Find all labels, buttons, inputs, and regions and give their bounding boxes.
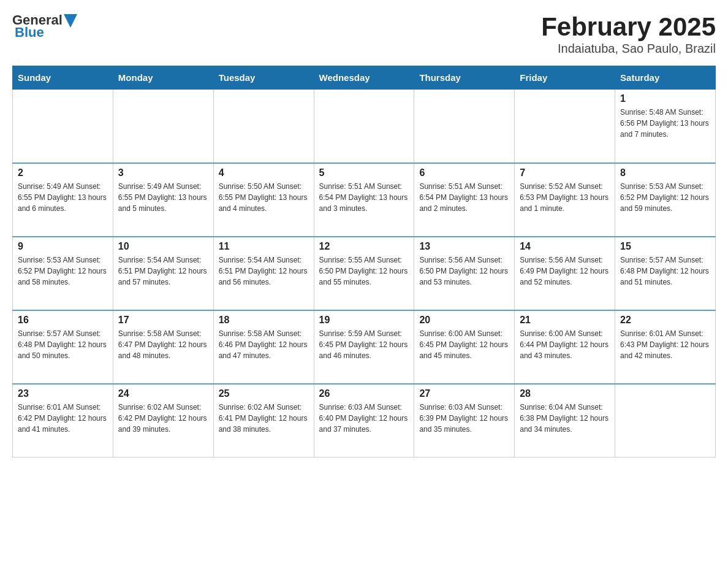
day-number: 11 — [219, 241, 309, 252]
day-info: Sunrise: 6:02 AM Sunset: 6:42 PM Dayligh… — [118, 402, 208, 435]
day-number: 27 — [419, 388, 509, 399]
calendar-row-4: 23Sunrise: 6:01 AM Sunset: 6:42 PM Dayli… — [13, 384, 716, 458]
calendar-cell — [515, 90, 615, 163]
day-number: 22 — [620, 315, 710, 326]
calendar-cell — [414, 90, 515, 163]
day-number: 10 — [118, 241, 208, 252]
day-info: Sunrise: 5:54 AM Sunset: 6:51 PM Dayligh… — [219, 255, 309, 288]
day-info: Sunrise: 5:57 AM Sunset: 6:48 PM Dayligh… — [18, 328, 108, 361]
logo-triangle-icon — [64, 14, 77, 28]
day-number: 24 — [118, 388, 208, 399]
weekday-header-thursday: Thursday — [414, 66, 515, 90]
weekday-header-saturday: Saturday — [615, 66, 716, 90]
calendar-row-1: 2Sunrise: 5:49 AM Sunset: 6:55 PM Daylig… — [13, 163, 716, 237]
calendar-cell — [13, 90, 113, 163]
day-number: 23 — [18, 388, 108, 399]
day-number: 2 — [18, 167, 108, 178]
day-number: 15 — [620, 241, 710, 252]
logo: General Blue — [12, 12, 77, 40]
day-number: 7 — [520, 167, 610, 178]
day-number: 6 — [419, 167, 509, 178]
day-info: Sunrise: 5:49 AM Sunset: 6:55 PM Dayligh… — [118, 181, 208, 214]
calendar-cell: 4Sunrise: 5:50 AM Sunset: 6:55 PM Daylig… — [213, 163, 314, 237]
calendar-cell: 15Sunrise: 5:57 AM Sunset: 6:48 PM Dayli… — [615, 237, 716, 310]
calendar-cell: 16Sunrise: 5:57 AM Sunset: 6:48 PM Dayli… — [13, 310, 113, 384]
calendar-row-2: 9Sunrise: 5:53 AM Sunset: 6:52 PM Daylig… — [13, 237, 716, 310]
weekday-header-friday: Friday — [515, 66, 615, 90]
day-number: 3 — [118, 167, 208, 178]
calendar-cell: 27Sunrise: 6:03 AM Sunset: 6:39 PM Dayli… — [414, 384, 515, 458]
month-title: February 2025 — [541, 12, 716, 42]
day-info: Sunrise: 5:50 AM Sunset: 6:55 PM Dayligh… — [219, 181, 309, 214]
day-number: 13 — [419, 241, 509, 252]
location-title: Indaiatuba, Sao Paulo, Brazil — [541, 42, 716, 56]
day-info: Sunrise: 5:53 AM Sunset: 6:52 PM Dayligh… — [620, 181, 710, 214]
weekday-header-row: SundayMondayTuesdayWednesdayThursdayFrid… — [13, 66, 716, 90]
calendar-cell: 28Sunrise: 6:04 AM Sunset: 6:38 PM Dayli… — [515, 384, 615, 458]
calendar-cell: 14Sunrise: 5:56 AM Sunset: 6:49 PM Dayli… — [515, 237, 615, 310]
day-number: 14 — [520, 241, 610, 252]
day-number: 28 — [520, 388, 610, 399]
calendar-cell: 20Sunrise: 6:00 AM Sunset: 6:45 PM Dayli… — [414, 310, 515, 384]
calendar-cell: 1Sunrise: 5:48 AM Sunset: 6:56 PM Daylig… — [615, 90, 716, 163]
day-info: Sunrise: 5:51 AM Sunset: 6:54 PM Dayligh… — [319, 181, 409, 214]
calendar-cell: 19Sunrise: 5:59 AM Sunset: 6:45 PM Dayli… — [314, 310, 414, 384]
day-info: Sunrise: 6:00 AM Sunset: 6:45 PM Dayligh… — [419, 328, 509, 361]
day-number: 12 — [319, 241, 409, 252]
day-info: Sunrise: 5:56 AM Sunset: 6:50 PM Dayligh… — [419, 255, 509, 288]
day-info: Sunrise: 5:57 AM Sunset: 6:48 PM Dayligh… — [620, 255, 710, 288]
calendar-cell: 23Sunrise: 6:01 AM Sunset: 6:42 PM Dayli… — [13, 384, 113, 458]
calendar-cell: 18Sunrise: 5:58 AM Sunset: 6:46 PM Dayli… — [213, 310, 314, 384]
day-info: Sunrise: 5:58 AM Sunset: 6:46 PM Dayligh… — [219, 328, 309, 361]
calendar-cell: 10Sunrise: 5:54 AM Sunset: 6:51 PM Dayli… — [113, 237, 213, 310]
day-info: Sunrise: 5:51 AM Sunset: 6:54 PM Dayligh… — [419, 181, 509, 214]
day-info: Sunrise: 6:01 AM Sunset: 6:42 PM Dayligh… — [18, 402, 108, 435]
calendar-cell: 9Sunrise: 5:53 AM Sunset: 6:52 PM Daylig… — [13, 237, 113, 310]
day-info: Sunrise: 5:59 AM Sunset: 6:45 PM Dayligh… — [319, 328, 409, 361]
day-number: 26 — [319, 388, 409, 399]
logo-blue-text: Blue — [15, 25, 44, 40]
day-number: 16 — [18, 315, 108, 326]
day-info: Sunrise: 6:03 AM Sunset: 6:39 PM Dayligh… — [419, 402, 509, 435]
day-number: 20 — [419, 315, 509, 326]
day-number: 4 — [219, 167, 309, 178]
calendar-table: SundayMondayTuesdayWednesdayThursdayFrid… — [12, 66, 716, 458]
calendar-cell: 7Sunrise: 5:52 AM Sunset: 6:53 PM Daylig… — [515, 163, 615, 237]
day-number: 1 — [620, 93, 710, 104]
calendar-cell: 17Sunrise: 5:58 AM Sunset: 6:47 PM Dayli… — [113, 310, 213, 384]
calendar-cell — [314, 90, 414, 163]
day-info: Sunrise: 5:55 AM Sunset: 6:50 PM Dayligh… — [319, 255, 409, 288]
day-info: Sunrise: 5:52 AM Sunset: 6:53 PM Dayligh… — [520, 181, 610, 214]
calendar-row-3: 16Sunrise: 5:57 AM Sunset: 6:48 PM Dayli… — [13, 310, 716, 384]
weekday-header-tuesday: Tuesday — [213, 66, 314, 90]
day-number: 25 — [219, 388, 309, 399]
calendar-cell: 22Sunrise: 6:01 AM Sunset: 6:43 PM Dayli… — [615, 310, 716, 384]
day-info: Sunrise: 6:01 AM Sunset: 6:43 PM Dayligh… — [620, 328, 710, 361]
calendar-cell: 21Sunrise: 6:00 AM Sunset: 6:44 PM Dayli… — [515, 310, 615, 384]
calendar-cell — [213, 90, 314, 163]
day-number: 9 — [18, 241, 108, 252]
calendar-cell: 3Sunrise: 5:49 AM Sunset: 6:55 PM Daylig… — [113, 163, 213, 237]
calendar-row-0: 1Sunrise: 5:48 AM Sunset: 6:56 PM Daylig… — [13, 90, 716, 163]
calendar-cell: 26Sunrise: 6:03 AM Sunset: 6:40 PM Dayli… — [314, 384, 414, 458]
day-info: Sunrise: 5:56 AM Sunset: 6:49 PM Dayligh… — [520, 255, 610, 288]
weekday-header-monday: Monday — [113, 66, 213, 90]
day-number: 17 — [118, 315, 208, 326]
day-number: 19 — [319, 315, 409, 326]
day-info: Sunrise: 6:00 AM Sunset: 6:44 PM Dayligh… — [520, 328, 610, 361]
calendar-cell: 11Sunrise: 5:54 AM Sunset: 6:51 PM Dayli… — [213, 237, 314, 310]
day-info: Sunrise: 5:53 AM Sunset: 6:52 PM Dayligh… — [18, 255, 108, 288]
day-number: 8 — [620, 167, 710, 178]
day-info: Sunrise: 5:49 AM Sunset: 6:55 PM Dayligh… — [18, 181, 108, 214]
day-info: Sunrise: 6:02 AM Sunset: 6:41 PM Dayligh… — [219, 402, 309, 435]
day-info: Sunrise: 5:58 AM Sunset: 6:47 PM Dayligh… — [118, 328, 208, 361]
calendar-cell: 8Sunrise: 5:53 AM Sunset: 6:52 PM Daylig… — [615, 163, 716, 237]
day-info: Sunrise: 5:48 AM Sunset: 6:56 PM Dayligh… — [620, 107, 710, 140]
calendar-cell: 6Sunrise: 5:51 AM Sunset: 6:54 PM Daylig… — [414, 163, 515, 237]
calendar-cell: 13Sunrise: 5:56 AM Sunset: 6:50 PM Dayli… — [414, 237, 515, 310]
weekday-header-wednesday: Wednesday — [314, 66, 414, 90]
calendar-cell: 2Sunrise: 5:49 AM Sunset: 6:55 PM Daylig… — [13, 163, 113, 237]
day-number: 18 — [219, 315, 309, 326]
calendar-cell — [615, 384, 716, 458]
day-info: Sunrise: 6:04 AM Sunset: 6:38 PM Dayligh… — [520, 402, 610, 435]
